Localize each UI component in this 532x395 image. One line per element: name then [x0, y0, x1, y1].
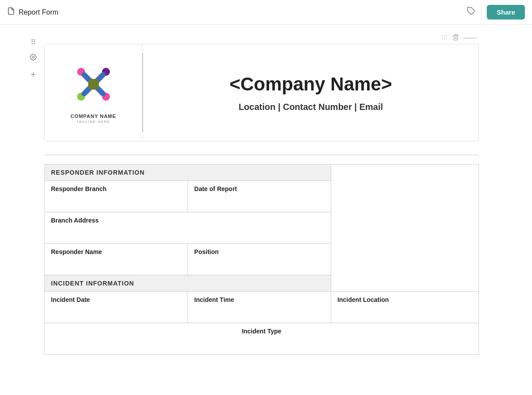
position-label: Position [194, 248, 325, 270]
canvas-area: ⠿ + [0, 25, 532, 364]
company-name-label: COMPANY NAME [70, 113, 116, 119]
drag-handle-icon[interactable]: ⠿ [31, 38, 36, 47]
incident-time-label: Incident Time [194, 296, 325, 318]
grid-drag-icon[interactable] [442, 34, 448, 42]
svg-rect-17 [88, 79, 99, 90]
branch-address-row: Branch Address [45, 212, 479, 244]
incident-date-label: Incident Date [51, 296, 181, 318]
responder-branch-row: Responder Branch Date of Report [45, 181, 479, 212]
date-of-report-label: Date of Report [194, 185, 325, 207]
svg-point-3 [444, 35, 445, 36]
responder-name-label: Responder Name [51, 248, 181, 270]
header-section: COMPANY NAME TAGLINE HERE <Company Name>… [44, 44, 479, 141]
page-title: Report Form [19, 8, 59, 16]
responder-branch-cell: Responder Branch [45, 181, 188, 212]
section-separator [44, 155, 479, 155]
svg-point-10 [446, 39, 447, 39]
svg-point-1 [32, 56, 34, 58]
form-table: RESPONDER INFORMATION Responder Branch D… [44, 164, 479, 355]
position-cell: Position [188, 244, 331, 275]
responder-section-header-row: RESPONDER INFORMATION [45, 164, 479, 181]
delete-icon[interactable] [452, 34, 459, 42]
incident-section-header: INCIDENT INFORMATION [45, 275, 331, 292]
document: COMPANY NAME TAGLINE HERE <Company Name>… [44, 34, 479, 355]
svg-point-2 [442, 35, 443, 36]
company-logo [71, 62, 116, 108]
incident-time-cell: Incident Time [188, 292, 331, 323]
incident-type-label: Incident Type [51, 328, 472, 350]
company-name-placeholder: <Company Name> [230, 74, 392, 95]
responder-branch-label: Responder Branch [51, 185, 181, 207]
company-contact: Location | Contact Number | Email [239, 102, 383, 112]
incident-location-label: Incident Location [337, 296, 472, 318]
drag-line [464, 38, 477, 39]
tagline-label: TAGLINE HERE [76, 120, 110, 124]
svg-point-7 [446, 37, 447, 38]
incident-date-row: Incident Date Incident Time Incident Loc… [45, 292, 479, 323]
incident-date-cell: Incident Date [45, 292, 188, 323]
responder-name-cell: Responder Name [45, 244, 188, 275]
svg-point-5 [442, 37, 443, 38]
branch-address-cell: Branch Address [45, 212, 331, 244]
left-toolbar: ⠿ + [27, 34, 40, 355]
responder-name-row: Responder Name Position [45, 244, 479, 275]
incident-location-cell: Incident Location [331, 292, 479, 323]
date-of-report-cell: Date of Report [188, 181, 331, 212]
svg-point-9 [444, 39, 445, 39]
incident-type-cell: Incident Type [45, 323, 479, 355]
incident-type-row: Incident Type [45, 323, 479, 355]
svg-point-8 [442, 39, 443, 39]
topbar-right: Share [467, 5, 525, 20]
document-icon [7, 7, 15, 17]
header-info: <Company Name> Location | Contact Number… [143, 44, 478, 141]
incident-section-header-row: INCIDENT INFORMATION [45, 275, 479, 292]
svg-point-4 [446, 35, 447, 36]
tag-icon[interactable] [467, 7, 476, 18]
svg-point-6 [444, 37, 445, 38]
responder-section-header: RESPONDER INFORMATION [45, 164, 331, 181]
topbar: Report Form Share [0, 0, 532, 25]
topbar-left: Report Form [7, 7, 59, 17]
add-icon[interactable]: + [31, 70, 36, 80]
logo-box: COMPANY NAME TAGLINE HERE [45, 44, 142, 141]
share-button[interactable]: Share [487, 5, 525, 20]
branch-address-label: Branch Address [51, 217, 325, 239]
top-controls [44, 34, 479, 42]
settings-icon[interactable] [30, 54, 37, 63]
